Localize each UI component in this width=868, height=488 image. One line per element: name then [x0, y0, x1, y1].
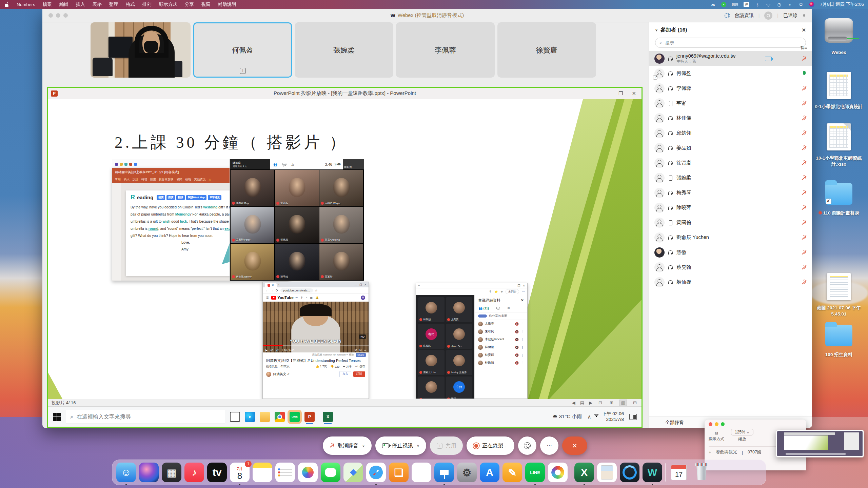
control-center-icon[interactable]: ⛭	[798, 2, 804, 7]
notification-center-icon[interactable]	[629, 414, 637, 420]
weather-status[interactable]: 🌧 31°C 小雨	[553, 413, 582, 420]
close-icon[interactable]: ✕	[521, 298, 524, 303]
pen-tool-button[interactable]: ▤	[580, 400, 584, 405]
siri-icon[interactable]	[809, 2, 814, 7]
menu-bar-item[interactable]: Numbers	[17, 2, 35, 7]
menu-bar-item[interactable]: 格式	[126, 1, 135, 7]
search-input[interactable]	[77, 414, 221, 420]
participant-row[interactable]: ↑ 李佩蓉	[649, 81, 812, 96]
dock-icon[interactable]: 7月 8 1	[230, 463, 250, 482]
stop-video-button[interactable]: 停止視訊∨	[375, 436, 426, 455]
participant-row[interactable]: ↑ 黃國倫	[649, 215, 812, 230]
desktop-icon[interactable]: 截圖 2021-07-06 下午 5.45.01	[812, 272, 866, 317]
mic-status-icon[interactable]	[801, 85, 807, 92]
bluetooth-icon[interactable]: ᛒ	[755, 2, 760, 7]
participant-row[interactable]: ↑ 邱筑翎	[649, 126, 812, 141]
mic-status-icon[interactable]	[801, 279, 807, 285]
line-taskbar-icon[interactable]: LINE	[290, 412, 300, 422]
self-video-tile[interactable]	[91, 22, 191, 78]
time-machine-icon[interactable]: ◷	[776, 2, 782, 7]
previous-slide-button[interactable]: ◀	[572, 400, 575, 405]
excel-taskbar-icon[interactable]: X	[323, 412, 333, 422]
menu-bar-item[interactable]: 插入	[76, 1, 85, 7]
powerpoint-titlebar[interactable]: P PowerPoint 投影片放映 - [我的一堂遠距教學.pptx] - P…	[48, 88, 642, 99]
dock-icon[interactable]: ⚙	[457, 463, 477, 482]
reactions-button[interactable]	[518, 436, 536, 455]
dock-icon[interactable]: A	[480, 463, 499, 482]
meet-participant-row[interactable]: 林政頡🔇⋮	[475, 359, 527, 367]
webex-titlebar[interactable]: WWebex (控管型取消靜音模式) 會議資訊 | | 已連線	[42, 9, 812, 22]
participant-row[interactable]: ↑ 姜品如	[649, 141, 812, 156]
desktop-icon[interactable]: 110 前瞻計畫替身	[812, 177, 866, 216]
dock-icon[interactable]: ♪	[184, 463, 204, 482]
windows-search-box[interactable]: ⌕	[66, 410, 225, 424]
mic-status-icon[interactable]	[801, 190, 807, 196]
view-slideshow-icon[interactable]: ⊟	[632, 400, 638, 406]
participants-search-input[interactable]	[665, 40, 802, 45]
sheet-tab[interactable]: 餐飲與觀光	[716, 449, 737, 455]
dock-icon[interactable]: X	[574, 463, 594, 482]
dock-icon[interactable]: 17	[669, 463, 689, 482]
mic-status-icon[interactable]	[801, 249, 807, 256]
windows-start-button[interactable]	[53, 413, 61, 421]
mic-status-icon[interactable]	[801, 235, 807, 241]
mic-status-icon[interactable]	[801, 160, 807, 166]
like-button[interactable]: 👍 1.7萬	[316, 365, 327, 369]
input-source-icon[interactable]: ⌨	[732, 2, 738, 7]
mic-status-icon[interactable]	[801, 205, 807, 211]
dock-icon[interactable]	[253, 463, 272, 482]
mic-status-icon[interactable]	[801, 175, 807, 181]
zoom-control[interactable]: 125% ⌄縮放	[731, 429, 753, 442]
participants-search-box[interactable]: ⌕	[655, 38, 806, 48]
view-mode-button[interactable]: ⊟顯示方式	[709, 431, 724, 442]
collapse-chevron-icon[interactable]: ∨	[655, 28, 658, 32]
dock-icon[interactable]	[321, 463, 340, 482]
menu-bar-clock[interactable]: 7月8日 週四 下午2:06	[820, 1, 864, 7]
record-button[interactable]	[764, 12, 772, 20]
dock-icon[interactable]	[139, 463, 159, 482]
mic-status-icon[interactable]	[801, 130, 807, 136]
view-reading-icon[interactable]: ▥	[619, 400, 627, 406]
unmute-button[interactable]: 取消靜音∨	[323, 436, 372, 455]
powerpoint-taskbar-icon[interactable]: P	[304, 412, 315, 422]
next-slide-button[interactable]: ▶	[589, 400, 592, 405]
apple-menu-icon[interactable]	[5, 2, 9, 7]
window-traffic-lights[interactable]	[709, 422, 802, 426]
dock-icon[interactable]	[434, 463, 454, 482]
restore-icon[interactable]: ❐	[618, 90, 623, 97]
participant-video-tile[interactable]: 徐賢唐	[497, 22, 596, 78]
screen-share-preview-window[interactable]	[776, 430, 864, 458]
participant-row[interactable]: ↑ 徐賢唐	[649, 156, 812, 170]
more-options-button[interactable]: ⋯	[540, 436, 558, 455]
camera-on-icon[interactable]	[765, 57, 772, 61]
dock-icon[interactable]	[366, 463, 386, 482]
meet-participant-row[interactable]: 朱宥民🔇⋮	[475, 328, 527, 336]
menu-bar-item[interactable]: 編輯	[59, 1, 68, 7]
dock-icon[interactable]	[571, 463, 571, 482]
menu-bar-item[interactable]: 分享	[185, 1, 194, 7]
view-sorter-icon[interactable]: ⊞	[608, 400, 615, 406]
file-explorer-icon[interactable]	[260, 412, 270, 422]
progress-bar[interactable]	[263, 345, 369, 346]
dock-icon[interactable]: ❏	[389, 463, 409, 482]
desktop-icon[interactable]: 0-1小學部北屯師資統計	[812, 70, 866, 110]
participant-row[interactable]: ↑ 芊甯	[649, 96, 812, 111]
webex-menu-icon[interactable]: ʍ	[710, 2, 715, 7]
add-sheet-button[interactable]: +	[709, 450, 711, 455]
participant-row[interactable]: ↑ 慧徽	[649, 245, 812, 260]
menu-bar-item[interactable]: 顯示方式	[159, 1, 177, 7]
dock-icon[interactable]	[412, 463, 431, 482]
dock-icon[interactable]	[343, 463, 363, 482]
participant-row[interactable]: ↑ 蔡旻翰	[649, 260, 812, 275]
sort-icon[interactable]: ⇅≡	[800, 45, 807, 51]
dock-icon[interactable]	[275, 463, 295, 482]
mic-status-icon[interactable]	[801, 115, 807, 121]
minimize-icon[interactable]: —	[605, 90, 610, 97]
desktop-icon[interactable]: Webex	[812, 16, 866, 56]
youtube-player[interactable]: YOU HAVE BEEN SLAIN RD ▶⏭🔊1:10 / 6:05⚙⊡⛶	[263, 302, 369, 352]
participant-row[interactable]: ↑ 何佩盈	[649, 66, 812, 81]
participant-row[interactable]: ↑ 陳曉萍	[649, 200, 812, 215]
sheet-tab[interactable]: 0707國	[748, 449, 761, 455]
participant-row[interactable]: ↑ 劉俞辰 Yuchen	[649, 230, 812, 245]
spotlight-icon[interactable]: ⌕	[787, 2, 793, 7]
